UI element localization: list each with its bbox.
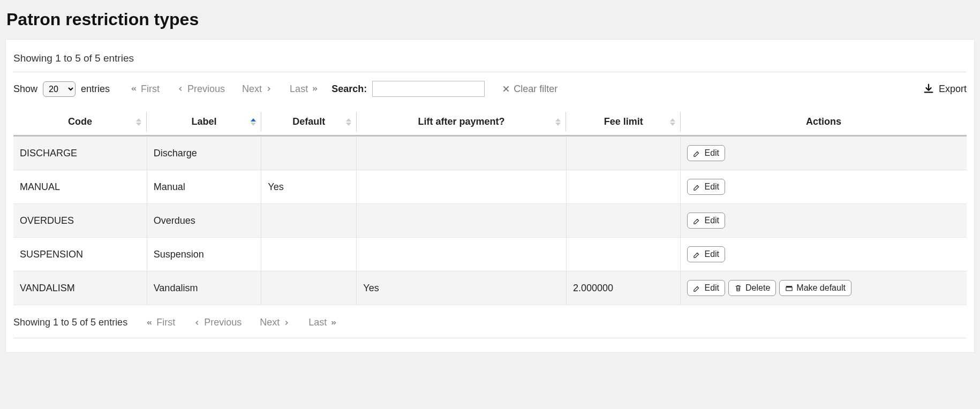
column-header-fee[interactable]: Fee limit bbox=[566, 109, 681, 136]
cell-lift bbox=[357, 204, 567, 238]
table-row: SUSPENSIONSuspensionEdit bbox=[13, 238, 967, 271]
panel: Showing 1 to 5 of 5 entries Show 1020501… bbox=[5, 39, 975, 353]
cell-actions: Edit bbox=[681, 136, 967, 170]
cell-fee bbox=[566, 136, 681, 170]
pager-previous-bottom[interactable]: Previous bbox=[193, 317, 242, 328]
pager-previous[interactable]: Previous bbox=[177, 84, 225, 95]
download-icon bbox=[923, 83, 934, 95]
cell-actions: Edit bbox=[681, 238, 967, 271]
cell-code: VANDALISM bbox=[13, 271, 147, 305]
chevron-right-icon bbox=[283, 319, 290, 327]
table-row: MANUALManualYesEdit bbox=[13, 170, 967, 204]
chevrons-left-icon bbox=[130, 85, 138, 93]
x-icon bbox=[502, 85, 510, 93]
export-button[interactable]: Export bbox=[923, 83, 967, 95]
edit-icon bbox=[693, 251, 701, 259]
entries-info-bottom: Showing 1 to 5 of 5 entries bbox=[13, 317, 127, 328]
toolbar: Show 102050100 entries First Previous Ne… bbox=[13, 72, 967, 109]
column-header-lift[interactable]: Lift after payment? bbox=[357, 109, 567, 136]
cell-label: Vandalism bbox=[147, 271, 261, 305]
edit-icon bbox=[693, 183, 701, 191]
chevron-right-icon bbox=[265, 85, 273, 93]
column-header-code[interactable]: Code bbox=[13, 109, 147, 136]
edit-icon bbox=[693, 217, 701, 225]
length-select[interactable]: 102050100 bbox=[43, 81, 76, 97]
table-row: DISCHARGEDischargeEdit bbox=[13, 136, 967, 170]
pager-next-bottom[interactable]: Next bbox=[260, 317, 290, 328]
chevrons-left-icon bbox=[146, 319, 153, 327]
chevron-left-icon bbox=[177, 85, 184, 93]
cell-default bbox=[261, 271, 357, 305]
footer-row: Showing 1 to 5 of 5 entries First Previo… bbox=[13, 305, 967, 338]
pager-first[interactable]: First bbox=[130, 84, 160, 95]
cell-label: Discharge bbox=[147, 136, 261, 170]
cell-actions: Edit bbox=[681, 170, 967, 204]
edit-button[interactable]: Edit bbox=[687, 213, 725, 229]
cell-code: OVERDUES bbox=[13, 204, 147, 238]
chevron-left-icon bbox=[193, 319, 201, 327]
make_default-icon bbox=[785, 284, 793, 292]
cell-code: MANUAL bbox=[13, 170, 147, 204]
table-row: OVERDUESOverduesEdit bbox=[13, 204, 967, 238]
pager-last-label: Last bbox=[290, 84, 308, 95]
cell-label: Manual bbox=[147, 170, 261, 204]
sort-icon bbox=[346, 118, 351, 126]
clear-filter[interactable]: Clear filter bbox=[502, 84, 557, 95]
sort-icon bbox=[670, 118, 675, 126]
cell-fee: 2.000000 bbox=[566, 271, 681, 305]
entries-label: entries bbox=[81, 84, 110, 95]
column-header-default[interactable]: Default bbox=[261, 109, 357, 136]
show-label: Show bbox=[13, 84, 37, 95]
table-row: VANDALISMVandalismYes2.000000EditDeleteM… bbox=[13, 271, 967, 305]
delete-icon bbox=[734, 284, 742, 292]
edit-button[interactable]: Edit bbox=[687, 280, 725, 296]
cell-fee bbox=[566, 238, 681, 271]
page-title: Patron restriction types bbox=[6, 10, 975, 29]
edit-button[interactable]: Edit bbox=[687, 145, 725, 161]
cell-default bbox=[261, 136, 357, 170]
sort-icon bbox=[251, 118, 256, 126]
restriction-types-table: CodeLabelDefaultLift after payment?Fee l… bbox=[13, 109, 967, 305]
cell-label: Overdues bbox=[147, 204, 261, 238]
pager-first-label: First bbox=[141, 84, 160, 95]
svg-rect-1 bbox=[786, 287, 792, 290]
edit-icon bbox=[693, 149, 701, 157]
chevrons-right-icon bbox=[330, 319, 337, 327]
pager-next[interactable]: Next bbox=[242, 84, 273, 95]
cell-code: SUSPENSION bbox=[13, 238, 147, 271]
export-label: Export bbox=[939, 84, 967, 95]
cell-actions: EditDeleteMake default bbox=[681, 271, 967, 305]
cell-lift bbox=[357, 238, 567, 271]
pager-top: First Previous Next Last bbox=[130, 84, 319, 95]
delete-button[interactable]: Delete bbox=[728, 280, 776, 296]
cell-fee bbox=[566, 170, 681, 204]
column-header-actions: Actions bbox=[681, 109, 967, 136]
pager-last[interactable]: Last bbox=[290, 84, 319, 95]
cell-default: Yes bbox=[261, 170, 357, 204]
cell-label: Suspension bbox=[147, 238, 261, 271]
search-input[interactable] bbox=[372, 81, 485, 97]
cell-lift bbox=[357, 170, 567, 204]
column-header-label[interactable]: Label bbox=[147, 109, 261, 136]
edit-button[interactable]: Edit bbox=[687, 246, 725, 262]
cell-lift: Yes bbox=[357, 271, 567, 305]
search-label: Search: bbox=[331, 84, 367, 95]
sort-icon bbox=[136, 118, 141, 126]
pager-next-label: Next bbox=[242, 84, 262, 95]
cell-default bbox=[261, 238, 357, 271]
cell-actions: Edit bbox=[681, 204, 967, 238]
cell-fee bbox=[566, 204, 681, 238]
make-default-button[interactable]: Make default bbox=[779, 280, 851, 296]
cell-lift bbox=[357, 136, 567, 170]
chevrons-right-icon bbox=[311, 85, 319, 93]
cell-default bbox=[261, 204, 357, 238]
cell-code: DISCHARGE bbox=[13, 136, 147, 170]
edit-button[interactable]: Edit bbox=[687, 179, 725, 195]
pager-last-bottom[interactable]: Last bbox=[308, 317, 337, 328]
pager-previous-label: Previous bbox=[187, 84, 225, 95]
entries-info-top: Showing 1 to 5 of 5 entries bbox=[13, 49, 967, 72]
edit-icon bbox=[693, 284, 701, 292]
sort-icon bbox=[555, 118, 561, 126]
pager-first-bottom[interactable]: First bbox=[146, 317, 175, 328]
clear-filter-label: Clear filter bbox=[514, 84, 557, 95]
